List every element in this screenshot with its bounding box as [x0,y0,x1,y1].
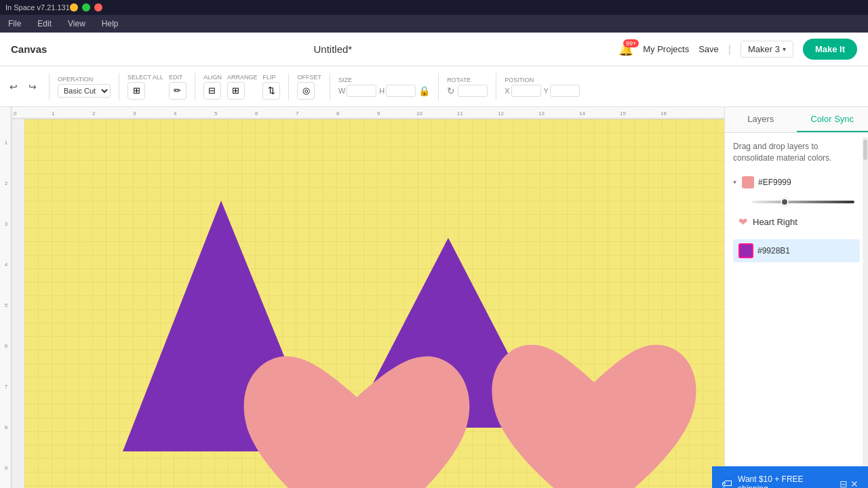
position-x-group: X [505,85,540,97]
undo-button[interactable]: ↩ [5,79,22,95]
svg-text:1: 1 [5,140,8,146]
toast-close-icon[interactable]: ✕ [850,479,859,488]
align-section: Align ⊟ [203,74,222,100]
arrange-section: Arrange ⊞ [227,74,258,100]
align-button[interactable]: ⊟ [203,82,221,100]
svg-text:0: 0 [14,110,17,117]
size-w-input[interactable] [347,85,376,97]
titlebar-controls [70,3,102,12]
size-w-label: W [338,87,345,95]
undo-redo-group: ↩ ↪ [5,79,41,95]
heart-left[interactable] [244,357,470,488]
toast-notification: 🏷 Want $10 + FREE shipping ⊟ ✕ [712,466,868,488]
color-group-9928b1: #9928B1 [733,239,860,262]
offset-section: Offset ◎ [297,74,321,100]
position-y-group: Y [544,85,580,97]
size-h-input[interactable] [386,85,416,97]
make-it-button[interactable]: Make It [803,39,857,60]
select-all-button[interactable]: ⊞ [127,82,145,100]
svg-text:4: 4 [174,110,177,117]
offset-button[interactable]: ◎ [297,82,315,100]
svg-text:9: 9 [377,110,380,117]
edit-button[interactable]: ✏ [169,82,186,100]
heart-right[interactable] [492,345,696,488]
menu-item-file[interactable]: File [5,18,24,30]
ruler-top: 0 1 2 3 4 5 6 7 8 9 10 11 12 13 14 15 16 [12,107,724,119]
size-h-group: H [379,85,416,97]
maker-selector[interactable]: Maker 3 ▾ [741,41,793,58]
position-label: Position [505,77,534,83]
operation-label: Operation [58,76,93,83]
separator-1 [49,73,50,100]
notification-bell[interactable]: 🔔 99+ [618,42,633,57]
arrange-label: Arrange [227,74,258,81]
tab-color-sync[interactable]: Color Sync [797,107,869,132]
separator-4 [288,73,289,100]
arrange-button[interactable]: ⊞ [227,82,245,100]
minimize-button[interactable] [70,3,78,12]
rotate-icon[interactable]: ↻ [447,85,455,96]
svg-rect-11 [12,107,724,119]
svg-text:8: 8 [5,424,8,430]
size-controls: W H 🔒 [338,85,430,97]
layer-item-heart-right[interactable]: ❤ Heart Right [733,211,860,232]
color-group-9928b1-header[interactable]: #9928B1 [733,239,860,262]
menu-item-edit[interactable]: Edit [35,18,54,30]
chevron-down-icon: ▾ [733,178,736,186]
position-y-input[interactable] [550,85,580,97]
document-title[interactable]: Untitled* [313,43,352,55]
position-section: Position X Y [505,77,580,97]
operation-controls: Basic Cut [58,84,111,98]
position-x-input[interactable] [511,85,541,97]
color-label-9928b1: #9928B1 [757,246,790,256]
layer-name-heart-right: Heart Right [753,217,797,227]
size-w-group: W [338,85,376,97]
rotate-input[interactable] [458,85,488,97]
rotate-controls: ↻ [447,85,488,97]
menu-item-help[interactable]: Help [99,18,121,30]
canvas-wrapper: 0 1 2 3 4 5 6 7 8 9 10 11 12 13 14 15 16 [12,107,724,488]
color-group-ef9999: ▾ #EF9999 ❤ Heart Right [733,174,860,232]
svg-text:7: 7 [5,384,8,390]
flip-section: Flip ⇅ [262,74,280,100]
size-label: Size [338,77,352,83]
color-swatch-ef9999 [742,176,754,188]
maximize-button[interactable] [82,3,90,12]
svg-text:2: 2 [92,110,96,117]
lock-ratio-icon[interactable]: 🔒 [418,85,430,96]
my-projects-link[interactable]: My Projects [643,44,689,54]
canvas-label: Canvas [11,43,47,55]
heart-icon: ❤ [738,216,747,228]
titlebar-title: In Space v7.21.131 [5,3,70,12]
header: Canvas Untitled* 🔔 99+ My Projects Save … [0,33,868,66]
toast-expand-icon[interactable]: ⊟ [840,479,848,488]
save-button[interactable]: Save [698,44,719,54]
operation-select[interactable]: Basic Cut [58,84,111,98]
separator-3 [195,73,195,100]
color-slider-ef9999[interactable] [752,201,854,203]
separator-5 [330,73,330,100]
close-button[interactable] [94,3,102,12]
scrollbar-right[interactable] [863,137,868,488]
svg-text:16: 16 [660,110,667,117]
rotate-label: Rotate [447,77,471,83]
color-group-ef9999-header[interactable]: ▾ #EF9999 [733,174,860,191]
svg-text:1: 1 [52,110,55,117]
toast-message: Want $10 + FREE shipping [738,474,834,488]
right-panel: Layers Color Sync Drag and drop layers t… [724,107,868,488]
svg-text:10: 10 [416,110,422,117]
svg-text:15: 15 [620,110,626,117]
offset-label: Offset [297,74,321,81]
svg-text:4: 4 [5,262,8,268]
canvas-area[interactable] [24,119,724,488]
flip-button[interactable]: ⇅ [262,82,280,100]
svg-text:7: 7 [296,110,299,117]
tab-layers[interactable]: Layers [725,107,797,132]
menu-item-view[interactable]: View [65,18,88,30]
color-slider-container [733,191,860,211]
align-label: Align [203,74,222,81]
svg-text:3: 3 [5,221,8,227]
redo-button[interactable]: ↪ [24,79,41,95]
color-label-ef9999: #EF9999 [758,178,791,187]
scrollbar-right-thumb[interactable] [863,140,867,160]
